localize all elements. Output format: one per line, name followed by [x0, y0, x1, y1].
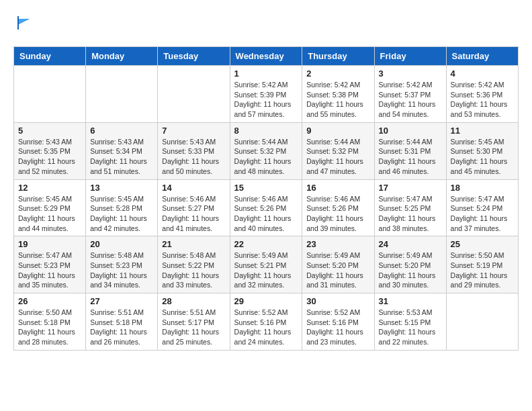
- calendar-cell: 10Sunrise: 5:44 AM Sunset: 5:31 PM Dayli…: [374, 122, 446, 179]
- day-info: Sunrise: 5:44 AM Sunset: 5:32 PM Dayligh…: [306, 137, 369, 177]
- calendar-cell: 26Sunrise: 5:50 AM Sunset: 5:18 PM Dayli…: [14, 293, 86, 351]
- calendar-cell: 21Sunrise: 5:48 AM Sunset: 5:22 PM Dayli…: [158, 236, 230, 293]
- calendar-week-row: 5Sunrise: 5:43 AM Sunset: 5:35 PM Daylig…: [14, 122, 519, 179]
- weekday-header: Friday: [374, 47, 446, 66]
- calendar-cell: 28Sunrise: 5:51 AM Sunset: 5:17 PM Dayli…: [158, 293, 230, 351]
- weekday-header: Saturday: [446, 47, 518, 66]
- calendar-cell: 4Sunrise: 5:42 AM Sunset: 5:36 PM Daylig…: [446, 66, 518, 123]
- weekday-header: Tuesday: [158, 47, 230, 66]
- day-info: Sunrise: 5:46 AM Sunset: 5:27 PM Dayligh…: [162, 194, 225, 234]
- calendar-cell: 20Sunrise: 5:48 AM Sunset: 5:23 PM Dayli…: [86, 236, 158, 293]
- calendar-header-row: SundayMondayTuesdayWednesdayThursdayFrid…: [14, 47, 519, 66]
- day-info: Sunrise: 5:42 AM Sunset: 5:36 PM Dayligh…: [451, 80, 514, 120]
- weekday-header: Monday: [86, 47, 158, 66]
- day-info: Sunrise: 5:42 AM Sunset: 5:39 PM Dayligh…: [234, 80, 298, 120]
- day-number: 6: [90, 126, 153, 136]
- day-number: 3: [379, 68, 442, 79]
- calendar-cell: 23Sunrise: 5:49 AM Sunset: 5:20 PM Dayli…: [302, 236, 374, 293]
- day-info: Sunrise: 5:48 AM Sunset: 5:23 PM Dayligh…: [90, 250, 153, 290]
- calendar-cell: 14Sunrise: 5:46 AM Sunset: 5:27 PM Dayli…: [158, 179, 230, 236]
- day-info: Sunrise: 5:43 AM Sunset: 5:35 PM Dayligh…: [18, 137, 81, 177]
- day-number: 31: [379, 296, 442, 306]
- day-number: 2: [306, 68, 369, 79]
- day-number: 17: [379, 183, 442, 193]
- day-number: 20: [90, 239, 153, 249]
- day-info: Sunrise: 5:45 AM Sunset: 5:30 PM Dayligh…: [451, 137, 514, 177]
- calendar-cell: 1Sunrise: 5:42 AM Sunset: 5:39 PM Daylig…: [230, 66, 302, 123]
- calendar-cell: 22Sunrise: 5:49 AM Sunset: 5:21 PM Dayli…: [230, 236, 302, 293]
- logo: [13, 13, 34, 36]
- day-info: Sunrise: 5:43 AM Sunset: 5:34 PM Dayligh…: [90, 137, 153, 177]
- calendar-cell: [158, 66, 230, 123]
- calendar-cell: 6Sunrise: 5:43 AM Sunset: 5:34 PM Daylig…: [86, 122, 158, 179]
- weekday-header: Wednesday: [230, 47, 302, 66]
- calendar-cell: 2Sunrise: 5:42 AM Sunset: 5:38 PM Daylig…: [302, 66, 374, 123]
- day-info: Sunrise: 5:42 AM Sunset: 5:38 PM Dayligh…: [306, 80, 369, 120]
- day-info: Sunrise: 5:43 AM Sunset: 5:33 PM Dayligh…: [162, 137, 225, 177]
- weekday-header: Thursday: [302, 47, 374, 66]
- day-number: 12: [18, 183, 81, 193]
- svg-marker-1: [19, 19, 30, 24]
- calendar-table: SundayMondayTuesdayWednesdayThursdayFrid…: [13, 46, 519, 351]
- calendar-cell: 3Sunrise: 5:42 AM Sunset: 5:37 PM Daylig…: [374, 66, 446, 123]
- day-info: Sunrise: 5:50 AM Sunset: 5:18 PM Dayligh…: [18, 308, 81, 347]
- day-info: Sunrise: 5:49 AM Sunset: 5:20 PM Dayligh…: [306, 250, 369, 290]
- day-number: 15: [234, 183, 298, 193]
- calendar-cell: 19Sunrise: 5:47 AM Sunset: 5:23 PM Dayli…: [14, 236, 86, 293]
- calendar-cell: 16Sunrise: 5:46 AM Sunset: 5:26 PM Dayli…: [302, 179, 374, 236]
- calendar-cell: 24Sunrise: 5:49 AM Sunset: 5:20 PM Dayli…: [374, 236, 446, 293]
- calendar-cell: 11Sunrise: 5:45 AM Sunset: 5:30 PM Dayli…: [446, 122, 518, 179]
- day-number: 11: [451, 126, 514, 136]
- day-number: 7: [162, 126, 225, 136]
- day-info: Sunrise: 5:49 AM Sunset: 5:21 PM Dayligh…: [234, 250, 298, 290]
- day-number: 30: [306, 296, 369, 306]
- day-number: 22: [234, 239, 298, 249]
- calendar-cell: 12Sunrise: 5:45 AM Sunset: 5:29 PM Dayli…: [14, 179, 86, 236]
- logo-flag-icon: [15, 13, 34, 32]
- day-info: Sunrise: 5:45 AM Sunset: 5:29 PM Dayligh…: [18, 194, 81, 234]
- calendar-cell: 17Sunrise: 5:47 AM Sunset: 5:25 PM Dayli…: [374, 179, 446, 236]
- day-number: 29: [234, 296, 298, 306]
- calendar-cell: [14, 66, 86, 123]
- calendar-week-row: 12Sunrise: 5:45 AM Sunset: 5:29 PM Dayli…: [14, 179, 519, 236]
- calendar-cell: 13Sunrise: 5:45 AM Sunset: 5:28 PM Dayli…: [86, 179, 158, 236]
- day-info: Sunrise: 5:47 AM Sunset: 5:23 PM Dayligh…: [18, 250, 81, 290]
- day-info: Sunrise: 5:46 AM Sunset: 5:26 PM Dayligh…: [306, 194, 369, 234]
- day-number: 8: [234, 126, 298, 136]
- day-info: Sunrise: 5:47 AM Sunset: 5:24 PM Dayligh…: [451, 194, 514, 234]
- day-info: Sunrise: 5:46 AM Sunset: 5:26 PM Dayligh…: [234, 194, 298, 234]
- calendar-cell: 9Sunrise: 5:44 AM Sunset: 5:32 PM Daylig…: [302, 122, 374, 179]
- weekday-header: Sunday: [14, 47, 86, 66]
- page-header: [13, 13, 519, 36]
- day-info: Sunrise: 5:52 AM Sunset: 5:16 PM Dayligh…: [234, 308, 298, 347]
- day-number: 26: [18, 296, 81, 306]
- calendar-cell: 31Sunrise: 5:53 AM Sunset: 5:15 PM Dayli…: [374, 293, 446, 351]
- day-number: 25: [451, 239, 514, 249]
- day-number: 9: [306, 126, 369, 136]
- day-info: Sunrise: 5:45 AM Sunset: 5:28 PM Dayligh…: [90, 194, 153, 234]
- day-number: 19: [18, 239, 81, 249]
- day-info: Sunrise: 5:49 AM Sunset: 5:20 PM Dayligh…: [379, 250, 442, 290]
- day-number: 28: [162, 296, 225, 306]
- calendar-cell: 18Sunrise: 5:47 AM Sunset: 5:24 PM Dayli…: [446, 179, 518, 236]
- calendar-cell: 8Sunrise: 5:44 AM Sunset: 5:32 PM Daylig…: [230, 122, 302, 179]
- calendar-cell: [86, 66, 158, 123]
- calendar-week-row: 19Sunrise: 5:47 AM Sunset: 5:23 PM Dayli…: [14, 236, 519, 293]
- calendar-cell: 29Sunrise: 5:52 AM Sunset: 5:16 PM Dayli…: [230, 293, 302, 351]
- day-number: 18: [451, 183, 514, 193]
- calendar-cell: 15Sunrise: 5:46 AM Sunset: 5:26 PM Dayli…: [230, 179, 302, 236]
- day-number: 16: [306, 183, 369, 193]
- day-number: 24: [379, 239, 442, 249]
- calendar-cell: [446, 293, 518, 351]
- day-number: 23: [306, 239, 369, 249]
- day-number: 10: [379, 126, 442, 136]
- calendar-cell: 25Sunrise: 5:50 AM Sunset: 5:19 PM Dayli…: [446, 236, 518, 293]
- day-info: Sunrise: 5:47 AM Sunset: 5:25 PM Dayligh…: [379, 194, 442, 234]
- day-info: Sunrise: 5:42 AM Sunset: 5:37 PM Dayligh…: [379, 80, 442, 120]
- day-number: 5: [18, 126, 81, 136]
- logo-wordmark: [13, 13, 34, 36]
- day-info: Sunrise: 5:44 AM Sunset: 5:32 PM Dayligh…: [234, 137, 298, 177]
- day-number: 4: [451, 68, 514, 79]
- calendar-week-row: 26Sunrise: 5:50 AM Sunset: 5:18 PM Dayli…: [14, 293, 519, 351]
- day-info: Sunrise: 5:48 AM Sunset: 5:22 PM Dayligh…: [162, 250, 225, 290]
